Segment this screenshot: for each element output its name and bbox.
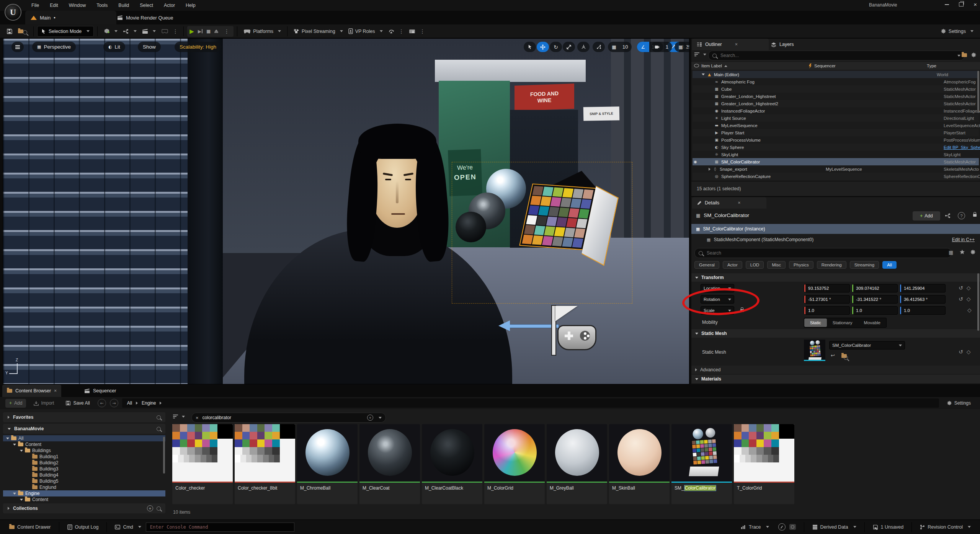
asset-tile-m_colorgrid[interactable]: M_ColorGrid bbox=[484, 424, 545, 504]
surface-snapping-toggle[interactable] bbox=[593, 42, 605, 52]
visibility-eye-icon[interactable]: ◉ bbox=[694, 160, 697, 164]
restore-button[interactable] bbox=[959, 2, 964, 7]
asset-filter-button[interactable] bbox=[173, 414, 185, 419]
menu-build[interactable]: Build bbox=[114, 3, 134, 8]
save-all-button[interactable]: Save All bbox=[62, 399, 93, 408]
expander-icon[interactable] bbox=[6, 438, 9, 439]
clear-search-icon[interactable]: × bbox=[196, 415, 199, 421]
breadcrumb-engine[interactable]: Engine bbox=[142, 400, 156, 406]
eject-button[interactable] bbox=[214, 29, 218, 33]
breadcrumb-all[interactable]: All bbox=[127, 400, 132, 406]
static-mesh-thumbnail[interactable] bbox=[804, 340, 825, 361]
advanced-section-header[interactable]: Advanced bbox=[691, 366, 980, 374]
selection-mode-dropdown[interactable]: Selection Mode bbox=[37, 26, 94, 37]
scale-z-field[interactable]: 1.0 bbox=[900, 306, 946, 315]
world-local-toggle[interactable] bbox=[577, 42, 590, 52]
mobility-static[interactable]: Static bbox=[804, 318, 827, 327]
blueprint-add-icon[interactable] bbox=[945, 213, 951, 219]
vp-roles-dropdown[interactable]: VP Roles bbox=[346, 26, 385, 37]
expander-icon[interactable] bbox=[20, 499, 23, 501]
scale-tool[interactable] bbox=[563, 42, 575, 52]
asset-tile-color_checker_8bit[interactable]: Color_checker_8bit bbox=[235, 424, 295, 504]
scalability-warning[interactable]: Scalability: High bbox=[175, 42, 221, 52]
select-tool[interactable] bbox=[524, 42, 536, 52]
expander-icon[interactable] bbox=[20, 450, 23, 452]
cb-settings-dropdown[interactable]: Settings bbox=[943, 399, 975, 408]
add-component-button[interactable]: +Add bbox=[913, 211, 940, 220]
static-mesh-section-header[interactable]: Static Mesh bbox=[691, 329, 980, 338]
maximize-viewport-button[interactable]: ▦ bbox=[675, 42, 687, 52]
asset-tile-sm_colorcalibrator[interactable]: SM_ColorCalibrator bbox=[671, 424, 732, 504]
tree-item-building5[interactable]: Building5 bbox=[3, 478, 165, 484]
cmd-dropdown[interactable]: Cmd bbox=[110, 520, 145, 534]
asset-tile-m_clearcoatblack[interactable]: M_ClearCoatBlack bbox=[422, 424, 482, 504]
use-selected-asset-icon[interactable]: ↩ bbox=[831, 353, 835, 358]
rotate-tool[interactable]: ↻ bbox=[550, 42, 562, 52]
outliner-row[interactable]: ▦CubeStaticMeshActor bbox=[693, 85, 979, 93]
location-z-field[interactable]: 141.25904 bbox=[900, 284, 946, 292]
reset-rotation-icon[interactable]: ↺ bbox=[959, 296, 963, 302]
menu-select[interactable]: Select bbox=[135, 3, 158, 8]
outliner-row[interactable]: ▬MyLevelSequenceLevelSequenceAct bbox=[693, 122, 979, 129]
media-options-menu[interactable]: ⋮ bbox=[418, 28, 427, 34]
asset-tile-m_chromeball[interactable]: M_ChromeBall bbox=[297, 424, 358, 504]
back-button[interactable]: ← bbox=[98, 399, 106, 407]
import-button[interactable]: Import bbox=[30, 399, 58, 408]
outliner-row[interactable]: ◎SphereReflectionCaptureSphereReflection… bbox=[693, 173, 979, 180]
details-search-input[interactable] bbox=[706, 250, 947, 256]
component-row-instance[interactable]: ▦SM_ColorCalibrator (Instance) bbox=[691, 224, 980, 234]
menu-file[interactable]: File bbox=[27, 3, 44, 8]
perspective-dropdown[interactable]: ▦Perspective bbox=[32, 42, 76, 52]
tree-item-building3[interactable]: Building3 bbox=[3, 466, 165, 472]
browse-to-asset-icon[interactable] bbox=[841, 354, 847, 359]
tree-item-engine[interactable]: Engine bbox=[3, 490, 165, 496]
outliner-row[interactable]: ◐Sky SphereEdit BP_Sky_Sphe bbox=[693, 144, 979, 151]
save-search-icon[interactable]: + bbox=[367, 415, 373, 421]
filter-chip-general[interactable]: General bbox=[694, 261, 719, 269]
play-button[interactable]: ▶ bbox=[189, 28, 194, 35]
asset-search-input[interactable] bbox=[202, 415, 364, 421]
save-button[interactable] bbox=[4, 26, 15, 37]
stop-button[interactable]: ■ bbox=[206, 29, 211, 34]
location-y-field[interactable]: 309.074162 bbox=[852, 284, 898, 292]
outliner-row[interactable]: ▣PostProcessVolumePostProcessVolum bbox=[693, 136, 979, 144]
tab-main-level[interactable]: Main • bbox=[25, 11, 116, 24]
tree-item-building4[interactable]: Building4 bbox=[3, 472, 165, 478]
menu-edit[interactable]: Edit bbox=[45, 3, 63, 8]
outliner-row[interactable]: ◊Snape_exportMyLevelSequenceSkeletalMesh… bbox=[693, 165, 979, 173]
outliner-row[interactable]: ▦Greater_London_HighstreetStaticMeshActo… bbox=[693, 93, 979, 100]
favorites-header[interactable]: Favorites bbox=[3, 412, 165, 422]
keyframe-diamond-icon[interactable]: ◇ bbox=[967, 296, 971, 302]
output-log-button[interactable]: Output Log bbox=[63, 520, 103, 534]
tree-item-building2[interactable]: Building2 bbox=[3, 460, 165, 466]
expander-icon[interactable] bbox=[709, 168, 710, 171]
tab-movie-render-queue[interactable]: Movie Render Queue bbox=[112, 11, 179, 24]
asset-tile-m_clearcoat[interactable]: M_ClearCoat bbox=[359, 424, 420, 504]
vr-mode-button[interactable] bbox=[158, 26, 171, 37]
details-scrollbar[interactable] bbox=[977, 273, 979, 331]
console-input[interactable] bbox=[149, 524, 291, 530]
details-search[interactable] bbox=[694, 248, 952, 258]
filter-chip-actor[interactable]: Actor bbox=[723, 261, 742, 269]
show-dropdown[interactable]: Show bbox=[138, 42, 161, 52]
close-button[interactable]: × bbox=[973, 3, 977, 7]
outliner-row[interactable]: ☀Light SourceDirectionalLight bbox=[693, 114, 979, 122]
move-tool[interactable] bbox=[537, 42, 549, 52]
filter-chip-rendering[interactable]: Rendering bbox=[817, 261, 846, 269]
outliner-row[interactable]: ▶Player StartPlayerStart bbox=[693, 129, 979, 136]
cinematics-dropdown[interactable] bbox=[139, 26, 158, 37]
display-options-icon[interactable]: ▦ bbox=[949, 250, 953, 255]
console-command-bar[interactable] bbox=[146, 523, 294, 532]
menu-actor[interactable]: Actor bbox=[159, 3, 180, 8]
tree-item-all[interactable]: All bbox=[3, 435, 165, 441]
mobility-movable[interactable]: Movable bbox=[858, 318, 886, 327]
reset-static-mesh-icon[interactable]: ↺ bbox=[959, 349, 963, 355]
transform-section-header[interactable]: Transform bbox=[691, 273, 980, 282]
location-dropdown[interactable]: Location bbox=[701, 284, 734, 292]
outliner-type-cell[interactable]: Edit BP_Sky_Sphe bbox=[944, 145, 980, 150]
close-tab-icon[interactable]: × bbox=[738, 200, 740, 206]
asset-tile-color_checker[interactable]: Color_checker bbox=[172, 424, 233, 504]
forward-button[interactable]: → bbox=[110, 399, 118, 407]
expander-icon[interactable] bbox=[13, 493, 16, 495]
menu-help[interactable]: Help bbox=[181, 3, 200, 8]
